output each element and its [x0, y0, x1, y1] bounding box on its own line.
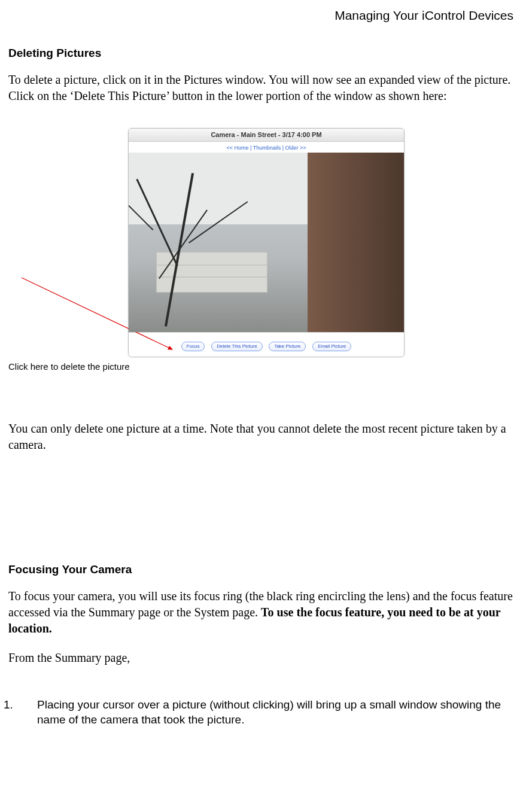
delete-this-picture-button[interactable]: Delete This Picture: [211, 342, 262, 351]
email-picture-button[interactable]: Email Picture: [312, 342, 351, 351]
camera-photo: [129, 153, 404, 332]
picture-action-bar: Focus Delete This Picture Take Picture E…: [129, 332, 404, 357]
nav-links[interactable]: << Home | Thumbnails | Older >>: [129, 142, 404, 153]
take-picture-button[interactable]: Take Picture: [269, 342, 306, 351]
para-focus-intro: To focus your camera, you will use its f…: [8, 588, 516, 637]
page-header: Managing Your iControl Devices: [8, 7, 513, 24]
para-delete-note: You can only delete one picture at a tim…: [8, 421, 516, 453]
focus-button[interactable]: Focus: [181, 342, 205, 351]
para-delete-intro: To delete a picture, click on it in the …: [8, 72, 516, 104]
para-from-summary: From the Summary page,: [8, 650, 516, 666]
list-item-1-text: Placing your cursor over a picture (with…: [37, 698, 501, 726]
figure-delete-picture: Camera - Main Street - 3/17 4:00 PM << H…: [8, 128, 516, 373]
window-titlebar: Camera - Main Street - 3/17 4:00 PM: [129, 129, 404, 142]
section-heading-deleting: Deleting Pictures: [8, 45, 516, 61]
figure-caption: Click here to delete the picture: [8, 361, 516, 373]
list-item-1: 1.Placing your cursor over a picture (wi…: [37, 697, 504, 728]
section-heading-focusing: Focusing Your Camera: [8, 562, 516, 577]
list-item-1-number: 1.: [20, 697, 37, 713]
picture-viewer-window: Camera - Main Street - 3/17 4:00 PM << H…: [128, 128, 405, 357]
